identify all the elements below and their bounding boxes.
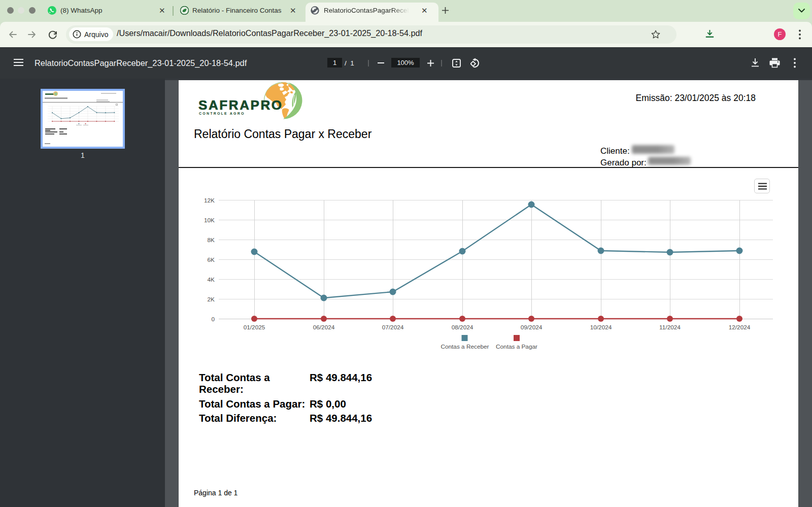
- svg-text:4K: 4K: [208, 276, 215, 283]
- svg-text:07/2024: 07/2024: [382, 324, 404, 331]
- svg-text:12/2024: 12/2024: [729, 324, 751, 331]
- svg-text:10K: 10K: [204, 217, 215, 224]
- svg-text:6K: 6K: [208, 256, 215, 263]
- svg-text:8K: 8K: [208, 236, 215, 244]
- svg-text:08/2024: 08/2024: [452, 324, 473, 331]
- svg-text:12K: 12K: [204, 197, 215, 204]
- svg-text:Contas a Receber: Contas a Receber: [441, 343, 489, 350]
- svg-text:0: 0: [211, 316, 215, 323]
- svg-text:06/2024: 06/2024: [313, 324, 335, 331]
- svg-text:11/2024: 11/2024: [659, 324, 681, 331]
- svg-text:10/2024: 10/2024: [590, 324, 612, 331]
- svg-text:2K: 2K: [208, 296, 215, 303]
- svg-text:Contas a Pagar: Contas a Pagar: [496, 343, 537, 350]
- svg-text:01/2025: 01/2025: [244, 324, 265, 331]
- svg-text:09/2024: 09/2024: [521, 324, 543, 331]
